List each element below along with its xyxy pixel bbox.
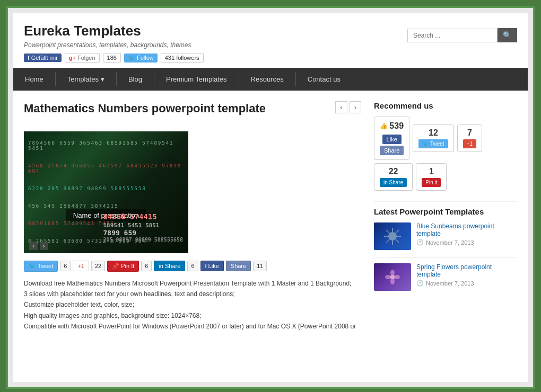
- gplus-sidebar-button[interactable]: +1: [463, 139, 476, 148]
- recommend-section: Recommend us 👍 539 Like Share: [374, 101, 517, 191]
- latest-date-1: 🕐 November 7, 2013: [416, 239, 517, 246]
- header: Eureka Templates Powerpoint presentation…: [13, 13, 528, 68]
- like-count: 539: [389, 121, 404, 131]
- header-left: Eureka Templates Powerpoint presentation…: [24, 23, 204, 63]
- desc-line-5: Compatible with Microsoft PowerPoint for…: [24, 321, 361, 332]
- nav-item-home[interactable]: Home: [13, 68, 55, 91]
- desc-line-3: Customize placeholder text, color, size;: [24, 299, 361, 310]
- fb-share-button[interactable]: Share: [226, 261, 251, 271]
- svg-point-0: [388, 232, 397, 240]
- search-input[interactable]: [407, 29, 498, 42]
- nav-label-resources: Resources: [251, 75, 284, 83]
- linkedin-count: 6: [187, 261, 198, 271]
- gplus-follow-button[interactable]: g+ Folgen: [65, 53, 100, 63]
- slide-number-display: 84568 574415 189541 5451 5851 7899 659 2…: [103, 212, 183, 243]
- num-row-1: 7894568 6559 365463 68591685 57489541 54…: [28, 140, 184, 151]
- chevron-down-icon: ▾: [101, 75, 104, 83]
- svg-line-8: [386, 239, 389, 243]
- svg-line-7: [396, 230, 399, 233]
- pin-count: 6: [141, 261, 152, 271]
- svg-point-11: [390, 278, 395, 284]
- linkedin-box: 22 in Share: [374, 163, 413, 191]
- share-row: 🐦 Tweet 6 +1 22 📌 Pin It 6 in Share 6 f …: [24, 261, 361, 272]
- main-nav: Home Templates ▾ Blog Premium Templates …: [13, 68, 528, 91]
- thumbs-up-icon: 👍: [380, 122, 388, 130]
- svg-point-10: [390, 270, 395, 276]
- latest-thumb-1[interactable]: [374, 222, 411, 250]
- slide-next-button[interactable]: ›: [40, 242, 48, 250]
- blue-sunbeams-thumb: [374, 222, 411, 250]
- latest-date-2: 🕐 November 7, 2013: [416, 280, 517, 287]
- nav-label-templates: Templates: [67, 75, 99, 83]
- next-post-button[interactable]: ›: [350, 101, 361, 113]
- clock-icon-2: 🕐: [416, 280, 424, 287]
- spring-flowers-thumb: [374, 263, 411, 291]
- gplus-share-button[interactable]: +1: [73, 261, 89, 271]
- slideshow: 7894568 6559 365463 68591685 57489541 54…: [24, 131, 188, 253]
- nav-item-resources[interactable]: Resources: [239, 68, 295, 91]
- fb-icon: f: [28, 55, 30, 61]
- content-right: Recommend us 👍 539 Like Share: [374, 101, 517, 332]
- fb-like-action-button[interactable]: Like: [382, 135, 402, 144]
- fb-like-box: 👍 539 Like Share: [374, 117, 409, 160]
- linkedin-sidebar-button[interactable]: in Share: [380, 178, 407, 187]
- latest-title-2[interactable]: Spring Flowers powerpoint template: [416, 263, 517, 278]
- twitter-bird-icon: 🐦: [128, 55, 135, 61]
- tweet-count: 6: [60, 261, 71, 271]
- divider-2: [374, 257, 517, 258]
- gplus-icon: g+: [69, 55, 76, 61]
- pinterest-button[interactable]: 📌 Pin It: [107, 261, 139, 272]
- divider-1: [374, 201, 517, 202]
- nav-item-blog[interactable]: Blog: [117, 68, 154, 91]
- fb-like-button[interactable]: f Gefällt mir: [24, 54, 62, 62]
- svg-line-6: [396, 239, 399, 243]
- slide-prev-button[interactable]: ‹: [29, 242, 38, 250]
- nav-label-home: Home: [25, 75, 43, 83]
- fb-share-action-button[interactable]: Share: [380, 146, 404, 155]
- latest-title-1[interactable]: Blue Sunbeams powerpoint template: [416, 222, 517, 237]
- post-nav: ‹ ›: [335, 101, 361, 113]
- social-grid: 👍 539 Like Share 12 🐦 Tweet: [374, 117, 517, 191]
- latest-date-text-1: November 7, 2013: [426, 239, 474, 246]
- post-description: Download free Mathematics Numbers Micros…: [24, 278, 361, 332]
- nav-item-templates[interactable]: Templates ▾: [56, 68, 116, 91]
- pinterest-sidebar-button[interactable]: Pin it: [422, 178, 441, 187]
- tweet-sidebar-count: 12: [418, 128, 448, 138]
- twitter-follow-button[interactable]: 🐦 Follow: [124, 54, 158, 63]
- gplus-sidebar-count: 7: [463, 128, 476, 138]
- fb-label: Gefällt mir: [31, 55, 58, 61]
- latest-title: Latest Powerpoint Templates: [374, 207, 517, 216]
- nav-item-contact[interactable]: Contact us: [296, 68, 352, 91]
- num-row-3: 6220 205 98897 98899 588555658: [28, 186, 184, 191]
- latest-thumb-2[interactable]: [374, 263, 411, 291]
- slide-image: 7894568 6559 365463 68591685 57489541 54…: [24, 131, 188, 253]
- site-subtitle: Powerpoint presentations, templates, bac…: [24, 41, 204, 49]
- pin-sidebar-count: 1: [422, 167, 441, 176]
- latest-date-text-2: November 7, 2013: [426, 280, 474, 287]
- latest-item-2: Spring Flowers powerpoint template 🕐 Nov…: [374, 263, 517, 291]
- tweet-sidebar-button[interactable]: 🐦 Tweet: [418, 139, 448, 148]
- nav-label-premium: Premium Templates: [166, 75, 227, 83]
- social-bar: f Gefällt mir g+ Folgen 186 🐦 Follow 431…: [24, 53, 204, 63]
- sunbeams-graphic: [382, 226, 403, 247]
- latest-info-1: Blue Sunbeams powerpoint template 🕐 Nove…: [416, 222, 517, 246]
- nav-label-contact: Contact us: [308, 75, 341, 83]
- post-title: Mathematics Numbers powerpoint template: [24, 101, 266, 117]
- svg-point-13: [394, 275, 400, 279]
- main-content: Mathematics Numbers powerpoint template …: [13, 91, 528, 337]
- linkedin-sidebar-count: 22: [380, 167, 407, 176]
- linkedin-button[interactable]: in Share: [154, 261, 185, 271]
- tweet-button[interactable]: 🐦 Tweet: [24, 261, 58, 272]
- search-button[interactable]: 🔍: [498, 28, 517, 42]
- content-left: Mathematics Numbers powerpoint template …: [24, 101, 361, 332]
- fb-like-share-button[interactable]: f Like: [200, 261, 224, 271]
- recommend-title: Recommend us: [374, 101, 517, 110]
- gplus-count: 186: [103, 53, 121, 63]
- slide-controls: ‹ ›: [29, 242, 48, 250]
- site-title: Eureka Templates: [24, 23, 204, 39]
- twitter-followers: 431 followers: [161, 53, 204, 63]
- prev-post-button[interactable]: ‹: [335, 101, 347, 113]
- nav-item-premium[interactable]: Premium Templates: [154, 68, 239, 91]
- post-header-row: Mathematics Numbers powerpoint template …: [24, 101, 361, 124]
- tweet-box: 12 🐦 Tweet: [413, 124, 453, 152]
